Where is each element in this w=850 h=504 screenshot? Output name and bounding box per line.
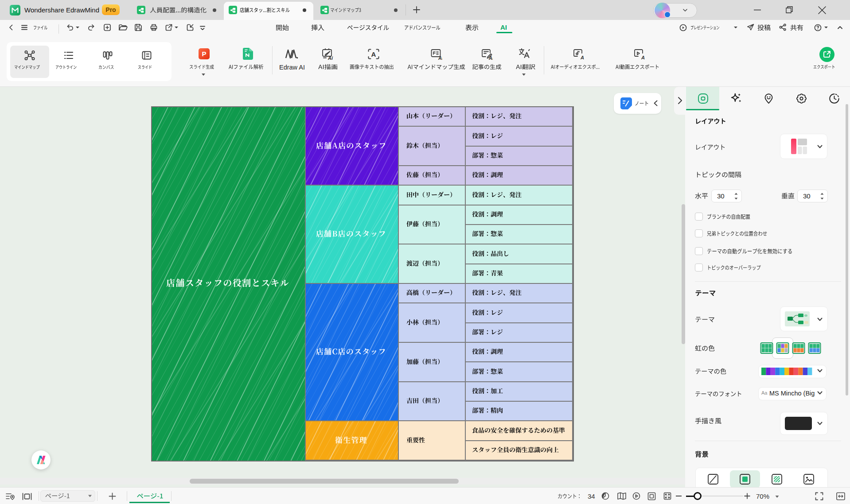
svg-text:AI: AI bbox=[438, 55, 442, 60]
svg-text:AI: AI bbox=[580, 55, 584, 60]
svg-text:Ai: Ai bbox=[328, 55, 333, 60]
svg-text:AI: AI bbox=[641, 55, 645, 60]
svg-text:A: A bbox=[371, 50, 376, 58]
svg-text:Ai: Ai bbox=[488, 55, 493, 60]
svg-text:P: P bbox=[202, 50, 206, 58]
